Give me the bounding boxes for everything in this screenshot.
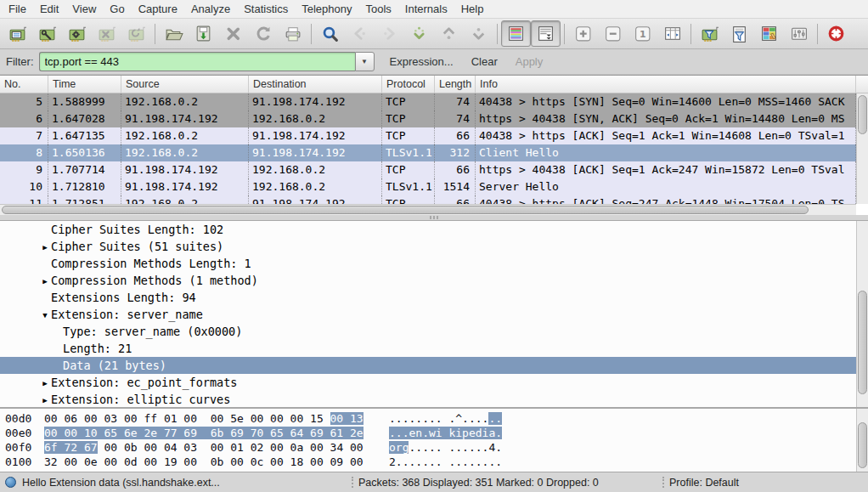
clear-button[interactable]: Clear: [464, 52, 505, 71]
menu-help[interactable]: Help: [454, 0, 491, 18]
filter-history-dropdown[interactable]: ▼: [355, 52, 375, 71]
coloring-rules-button[interactable]: [754, 20, 784, 47]
capture-interfaces-button[interactable]: [3, 20, 32, 47]
file-open-button[interactable]: [159, 20, 189, 47]
reload-button[interactable]: [248, 20, 278, 47]
display-filter-button[interactable]: [724, 20, 754, 47]
go-to-first-button[interactable]: [434, 20, 464, 47]
expander-open-icon[interactable]: ▼: [39, 306, 51, 323]
menu-view[interactable]: View: [65, 0, 103, 18]
go-back-button: [345, 20, 375, 47]
packet-row[interactable]: 91.70771491.198.174.192192.168.0.2TCP66h…: [0, 161, 856, 178]
menu-telephony[interactable]: Telephony: [295, 0, 358, 18]
vscroll-thumb[interactable]: [858, 95, 867, 134]
details-row[interactable]: ▼Extension: server_name: [0, 306, 868, 323]
capture-start-button[interactable]: [62, 20, 92, 47]
packet-list-header: No.TimeSourceDestinationProtocolLengthIn…: [0, 76, 868, 93]
packet-row[interactable]: 61.64702891.198.174.192192.168.0.2TCP74h…: [0, 110, 856, 127]
col-header-protocol[interactable]: Protocol: [382, 76, 435, 93]
hex-ascii[interactable]: ........ ........: [389, 469, 502, 472]
hex-bytes[interactable]: 6f 72 67 00 0b 00 04 03 00 01 02 00 0a 0…: [44, 440, 377, 455]
expression-button[interactable]: Expression...: [382, 52, 461, 71]
expander-spacer: [39, 221, 51, 238]
vscroll-thumb[interactable]: [858, 291, 867, 394]
packet-row[interactable]: 71.647135192.168.0.291.198.174.192TCP664…: [0, 127, 856, 144]
find-packet-button[interactable]: [315, 20, 345, 47]
expander-closed-icon[interactable]: ▶: [39, 272, 51, 289]
menu-edit[interactable]: Edit: [33, 0, 65, 18]
hex-ascii[interactable]: ........ .^......: [389, 411, 502, 426]
details-row[interactable]: Cipher Suites Length: 102: [0, 221, 868, 238]
filter-input[interactable]: [39, 52, 355, 71]
hex-ascii[interactable]: ...en.wi kipedia.: [389, 426, 502, 440]
hex-bytes[interactable]: 00 06 00 03 00 ff 01 00 00 5e 00 00 00 1…: [44, 411, 377, 426]
menu-capture[interactable]: Capture: [132, 0, 184, 18]
menu-file[interactable]: File: [2, 0, 33, 18]
hex-line[interactable]: 010032 00 0e 00 0d 00 19 00 0b 00 0c 00 …: [5, 455, 868, 469]
help-button[interactable]: [821, 20, 851, 47]
go-to-last-button[interactable]: [464, 20, 493, 47]
hex-ascii[interactable]: org..... ......4.: [389, 440, 502, 455]
auto-scroll-button[interactable]: [531, 20, 561, 47]
packet-row[interactable]: 51.588999192.168.0.291.198.174.192TCP744…: [0, 93, 856, 110]
colorize-list-button[interactable]: [501, 20, 531, 47]
col-header-source[interactable]: Source: [121, 76, 249, 93]
details-vscrollbar[interactable]: [856, 221, 868, 407]
hex-line[interactable]: 01100a 00 16 00 17 00 08 00 06 00 07 00 …: [5, 469, 868, 472]
packet-row[interactable]: 81.650136192.168.0.291.198.174.192TLSv1.…: [0, 144, 856, 161]
col-header-destination[interactable]: Destination: [249, 76, 382, 93]
details-row[interactable]: ▶Extension: elliptic curves: [0, 391, 868, 408]
file-save-button[interactable]: [189, 20, 218, 47]
preferences-button[interactable]: [784, 20, 814, 47]
cell-info: https > 40438 [SYN, ACK] Seq=0 Ack=1 Win…: [476, 110, 856, 127]
hex-line[interactable]: 00f06f 72 67 00 0b 00 04 03 00 01 02 00 …: [5, 440, 868, 455]
print-button[interactable]: [278, 20, 307, 47]
packet-row[interactable]: 111.712851192.168.0.291.198.174.192TCP66…: [0, 195, 856, 204]
packet-row[interactable]: 101.71281091.198.174.192192.168.0.2TLSv1…: [0, 178, 856, 195]
expander-closed-icon[interactable]: ▶: [39, 391, 51, 408]
expert-info-icon[interactable]: [5, 477, 16, 488]
help-icon: [826, 24, 846, 43]
menu-go[interactable]: Go: [103, 0, 131, 18]
cell-info: https > 40438 [ACK] Seq=1 Ack=247 Win=15…: [476, 161, 856, 178]
menu-internals[interactable]: Internals: [398, 0, 454, 18]
hex-bytes[interactable]: 32 00 0e 00 0d 00 19 00 0b 00 0c 00 18 0…: [44, 455, 377, 469]
hex-bytes[interactable]: 00 00 10 65 6e 2e 77 69 6b 69 70 65 64 6…: [44, 426, 377, 440]
expander-closed-icon[interactable]: ▶: [39, 238, 51, 255]
zoom-in-button[interactable]: [568, 20, 598, 47]
details-row[interactable]: Type: server_name (0x0000): [0, 323, 868, 340]
details-row[interactable]: ▶Extension: ec_point_formats: [0, 374, 868, 391]
expander-closed-icon[interactable]: ▶: [39, 374, 51, 391]
details-row[interactable]: Length: 21: [0, 340, 868, 357]
col-header-info[interactable]: Info: [476, 76, 856, 93]
hex-ascii[interactable]: 2....... ........: [389, 455, 502, 469]
details-row[interactable]: ▶Cipher Suites (51 suites): [0, 238, 868, 255]
hex-line[interactable]: 00d000 06 00 03 00 ff 01 00 00 5e 00 00 …: [5, 411, 868, 426]
hex-line[interactable]: 00e000 00 10 65 6e 2e 77 69 6b 69 70 65 …: [5, 426, 868, 440]
capture-options-button[interactable]: [32, 20, 62, 47]
col-header-no[interactable]: No.: [0, 76, 48, 93]
col-header-length[interactable]: Length: [435, 76, 476, 93]
resize-columns-button[interactable]: [657, 20, 687, 47]
go-to-packet-button[interactable]: [404, 20, 434, 47]
menu-statistics[interactable]: Statistics: [237, 0, 295, 18]
packet-list-hscrollbar[interactable]: [0, 204, 856, 215]
menu-tools[interactable]: Tools: [358, 0, 397, 18]
menu-analyze[interactable]: Analyze: [184, 0, 237, 18]
zoom-out-button[interactable]: [598, 20, 628, 47]
capture-filter-button[interactable]: [695, 20, 724, 47]
details-row[interactable]: Extensions Length: 94: [0, 289, 868, 306]
hex-vscrollbar[interactable]: [856, 409, 868, 472]
hex-text: ........ ........: [389, 470, 502, 472]
details-row[interactable]: ▶Compression Methods (1 method): [0, 272, 868, 289]
hex-bytes[interactable]: 0a 00 16 00 17 00 08 00 06 00 07 00 14 0…: [44, 469, 377, 472]
details-row[interactable]: Compression Methods Length: 1: [0, 255, 868, 272]
col-header-time[interactable]: Time: [48, 76, 121, 93]
zoom-normal-button[interactable]: 1: [628, 20, 657, 47]
vscroll-thumb[interactable]: [858, 422, 867, 468]
hscroll-thumb[interactable]: [2, 206, 809, 214]
details-row-label: Length: 21: [63, 340, 132, 357]
packet-list-vscrollbar[interactable]: [856, 93, 868, 204]
file-close-button[interactable]: [218, 20, 248, 47]
details-row[interactable]: Data (21 bytes): [0, 357, 868, 374]
